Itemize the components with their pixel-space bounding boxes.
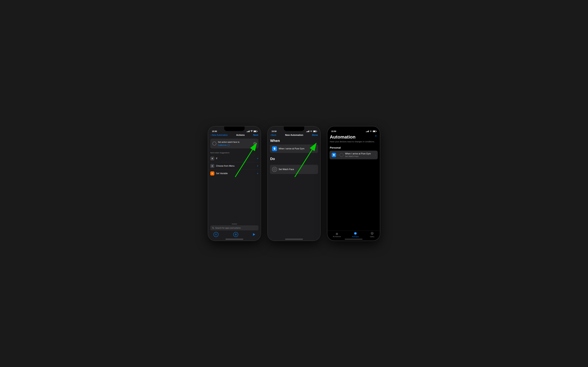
suggestion-if[interactable]: If If + xyxy=(208,155,261,162)
variable-add-button[interactable]: + xyxy=(257,172,259,175)
auto-watch-icon xyxy=(340,153,343,157)
status-icons-1 xyxy=(247,130,257,132)
done-button[interactable]: Done xyxy=(312,134,318,136)
chevron-right-icon: › xyxy=(375,154,376,156)
status-time-2: 15:50 xyxy=(272,130,277,132)
run-button[interactable] xyxy=(253,233,255,236)
svg-point-9 xyxy=(274,169,275,170)
arrow-separator-icon: → xyxy=(337,154,339,156)
if-add-button[interactable]: + xyxy=(257,157,259,160)
status-bar-1: 15:50 xyxy=(208,126,261,133)
add-automation-button[interactable]: + xyxy=(375,134,377,138)
undo-button[interactable] xyxy=(214,232,218,237)
battery-icon-3 xyxy=(373,131,376,132)
search-placeholder: Search for apps and actions xyxy=(215,227,241,229)
do-item-text: Set Watch Face xyxy=(279,168,294,171)
status-time-3: 15:50 xyxy=(331,130,336,132)
suggestion-variable[interactable]: X Set Variable + xyxy=(208,170,261,177)
location-icon xyxy=(272,146,277,151)
variable-icon: X xyxy=(210,171,214,175)
watch-face-do-icon xyxy=(272,167,277,172)
phone-3-screen: 15:50 xyxy=(327,126,380,241)
circle-arrow-icon[interactable]: › xyxy=(227,144,230,146)
signal-icon-2 xyxy=(306,131,309,132)
toolbar-bottom xyxy=(210,230,259,238)
do-header: Do xyxy=(268,156,320,163)
suggestion-menu[interactable]: ☰ Choose from Menu + xyxy=(208,162,261,170)
california-value[interactable]: California xyxy=(218,144,226,147)
if-icon: If xyxy=(210,157,214,160)
page-title: Automation xyxy=(327,133,380,140)
when-item-text: When I arrive at Pure Gym xyxy=(279,148,304,150)
status-bar-2: 15:50 xyxy=(268,126,320,133)
svg-point-12 xyxy=(334,155,335,156)
if-label: If xyxy=(216,157,255,160)
status-icons-2 xyxy=(306,130,316,132)
gallery-tab-label: Gallery xyxy=(370,236,374,237)
next-button[interactable]: Next xyxy=(253,134,258,136)
phones-container: 15:50 xyxy=(208,126,380,241)
action-card: Set active watch face to California › ✕ xyxy=(210,139,259,149)
when-header: When xyxy=(268,138,320,144)
watch-face-icon xyxy=(212,142,216,145)
nav-title-1: Actions xyxy=(236,134,245,136)
svg-line-1 xyxy=(213,228,214,229)
suggestions-label: Next Action Suggestions xyxy=(208,150,261,155)
menu-add-button[interactable]: + xyxy=(257,165,259,167)
nav-bar-2: ‹ Back New Automation Done xyxy=(268,133,320,138)
nav-title-2: New Automation xyxy=(285,134,303,136)
status-icons-3 xyxy=(366,130,376,132)
nav-bar-1: ‹ New Automation Actions Next xyxy=(208,133,261,138)
back-button-2[interactable]: ‹ Back xyxy=(270,134,276,136)
wifi-icon-3 xyxy=(370,130,372,132)
shortcuts-tab-label: My Shortcuts xyxy=(333,236,341,237)
automation-desc: Set Watch Face xyxy=(345,155,373,157)
gallery-tab-icon xyxy=(371,232,374,235)
phone-2-screen: 15:50 xyxy=(268,126,320,241)
wifi-icon-1 xyxy=(251,130,253,132)
phone-1-screen: 15:50 xyxy=(208,126,261,241)
signal-icon-3 xyxy=(366,131,369,132)
home-indicator-1 xyxy=(225,239,243,240)
menu-icon: ☰ xyxy=(210,164,214,168)
automation-card[interactable]: → When I arrive at Pure Gym Set Watch Fa… xyxy=(329,150,378,159)
personal-label: Personal xyxy=(327,145,380,150)
phone1-bottom: Search for apps and actions xyxy=(208,223,261,238)
page-subtitle: Have your devices react to changes in co… xyxy=(327,140,380,145)
suggestions-list: If If + ☰ Choose from Menu + X Set Varia… xyxy=(208,155,261,177)
svg-point-7 xyxy=(275,149,275,150)
tab-automation[interactable]: Automation xyxy=(352,232,359,237)
close-button[interactable]: ✕ xyxy=(253,142,256,145)
tab-bar: ⊞ My Shortcuts Automation xyxy=(327,231,380,238)
automation-tab-icon xyxy=(354,232,357,235)
status-bar-3: 15:50 xyxy=(327,126,380,133)
auto-location-icon xyxy=(332,153,336,157)
tab-gallery[interactable]: Gallery xyxy=(370,232,374,237)
automation-page: Automation Have your devices react to ch… xyxy=(327,133,380,241)
phone-3: 15:50 xyxy=(327,126,380,241)
automation-icons: → xyxy=(332,153,343,157)
phone-1: 15:50 xyxy=(208,126,261,241)
automation-tab-label: Automation xyxy=(352,236,359,237)
do-card[interactable]: Set Watch Face xyxy=(270,165,318,174)
svg-point-13 xyxy=(354,232,357,235)
do-section: Set Watch Face xyxy=(268,163,320,174)
wifi-icon-2 xyxy=(310,130,312,132)
shortcuts-tab-icon: ⊞ xyxy=(336,232,338,235)
home-indicator-2 xyxy=(285,239,303,240)
battery-icon-1 xyxy=(253,131,257,132)
home-indicator-3 xyxy=(345,239,363,240)
signal-icon-1 xyxy=(247,131,250,132)
add-button[interactable] xyxy=(233,232,238,237)
automation-info: When I arrive at Pure Gym Set Watch Face xyxy=(345,152,373,157)
phone-2: 15:50 xyxy=(268,126,320,241)
action-text: Set active watch face to California › xyxy=(218,141,252,147)
status-time-1: 15:50 xyxy=(212,130,217,132)
variable-label: Set Variable xyxy=(216,172,255,175)
back-button-1[interactable]: ‹ New Automation xyxy=(211,134,228,136)
search-bar[interactable]: Search for apps and actions xyxy=(210,225,259,230)
search-icon xyxy=(212,227,214,229)
when-item[interactable]: When I arrive at Pure Gym xyxy=(270,144,318,153)
drag-handle xyxy=(232,224,237,224)
tab-my-shortcuts[interactable]: ⊞ My Shortcuts xyxy=(333,232,341,237)
